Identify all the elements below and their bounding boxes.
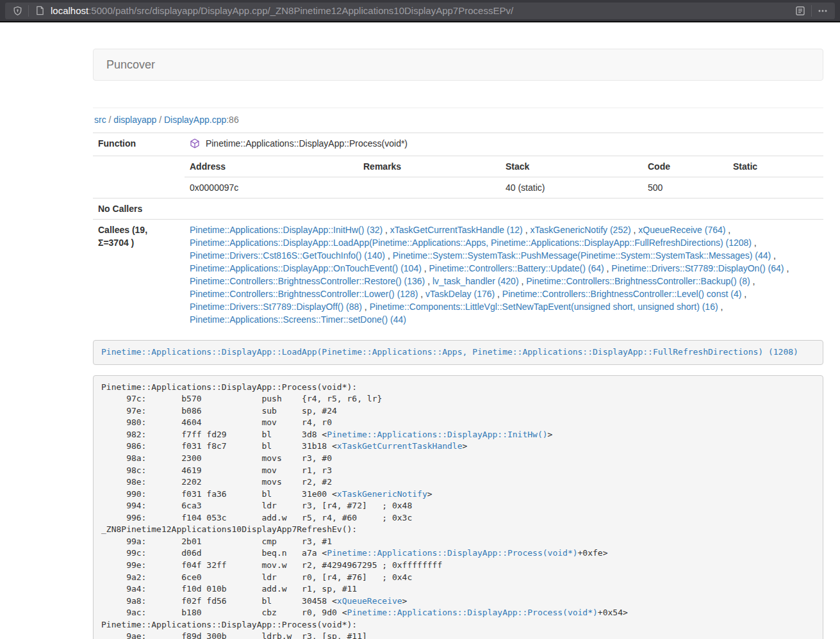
callee-link[interactable]: Pinetime::Components::LittleVgl::SetNewT… — [370, 302, 718, 312]
callee-link[interactable]: Pinetime::Applications::DisplayApp::Init… — [190, 225, 383, 235]
breadcrumb-link-file[interactable]: DisplayApp.cpp — [164, 115, 226, 125]
breadcrumb-line-number: :86 — [226, 115, 238, 125]
code-value: 500 — [643, 177, 728, 198]
browser-toolbar: localhost:5000/path/src/displayapp/Displ… — [0, 0, 840, 22]
disassembly-link[interactable]: Pinetime::Applications::DisplayApp::Init… — [327, 430, 547, 439]
static-value — [728, 177, 823, 198]
url-bar[interactable]: localhost:5000/path/src/displayapp/Displ… — [5, 3, 835, 19]
disassembly-code: Pinetime::Applications::DisplayApp::Proc… — [93, 375, 823, 639]
disassembly-link[interactable]: Pinetime::Applications::DisplayApp::Proc… — [327, 548, 577, 558]
function-label: Function — [93, 133, 185, 156]
urlbar-divider — [811, 5, 812, 17]
callee-link[interactable]: xQueueReceive (764) — [638, 225, 725, 235]
shield-icon[interactable] — [10, 4, 24, 18]
callee-link[interactable]: vTaskDelay (176) — [425, 289, 495, 299]
address-value: 0x0000097c — [185, 177, 358, 198]
column-static: Static — [728, 156, 823, 177]
callee-link[interactable]: xTaskGenericNotify (252) — [530, 225, 630, 235]
callees-label: Callees (19, Σ=3704 ) — [93, 220, 185, 330]
disassembly-link[interactable]: xTaskGetCurrentTaskHandle — [337, 441, 463, 451]
url-path: :5000/path/src/displayapp/DisplayApp.cpp… — [88, 5, 513, 16]
brand-link[interactable]: Puncover — [94, 49, 168, 81]
callee-link[interactable]: Pinetime::Drivers::Cst816S::GetTouchInfo… — [190, 250, 385, 261]
remarks-value — [358, 177, 500, 198]
callee-link[interactable]: Pinetime::Controllers::BrightnessControl… — [190, 289, 418, 299]
symbol-cube-icon — [190, 140, 202, 150]
breadcrumb-separator: / — [159, 115, 161, 125]
column-remarks: Remarks — [358, 156, 500, 177]
divider — [93, 108, 823, 108]
urlbar-divider — [28, 5, 29, 17]
disassembly-link[interactable]: Pinetime::Applications::DisplayApp::Proc… — [347, 608, 598, 617]
no-callers-label: No Callers — [93, 198, 185, 220]
disassembly-link[interactable]: xQueueReceive — [337, 596, 402, 606]
function-name: Pinetime::Applications::DisplayApp::Proc… — [206, 138, 408, 149]
callee-link[interactable]: Pinetime::Applications::DisplayApp::Load… — [190, 238, 752, 248]
breadcrumb-separator: / — [109, 115, 111, 125]
column-address: Address — [185, 156, 358, 177]
function-row: Function Pinetime::Applications::Display… — [93, 133, 823, 156]
stats-row: Address Remarks Stack Code Static 0x0000… — [93, 156, 823, 198]
callees-row: Callees (19, Σ=3704 ) Pinetime::Applicat… — [93, 220, 823, 330]
callee-link[interactable]: Pinetime::Applications::Screens::Timer::… — [190, 314, 406, 325]
no-callers-row: No Callers — [93, 198, 823, 220]
breadcrumb-link-src[interactable]: src — [94, 115, 106, 125]
callee-link[interactable]: Pinetime::Controllers::BrightnessControl… — [190, 276, 425, 286]
callee-link[interactable]: Pinetime::Controllers::BrightnessControl… — [526, 276, 750, 286]
callee-link[interactable]: lv_task_handler (420) — [432, 276, 519, 286]
breadcrumb-link-displayapp[interactable]: displayapp — [113, 115, 156, 125]
function-table: Function Pinetime::Applications::Display… — [93, 133, 823, 330]
highlighted-symbol-box: Pinetime::Applications::DisplayApp::Load… — [93, 340, 823, 365]
stats-value-row: 0x0000097c 40 (static) 500 — [185, 177, 823, 198]
breadcrumb: src / displayapp / DisplayApp.cpp:86 — [94, 113, 823, 126]
callee-link[interactable]: Pinetime::Controllers::BrightnessControl… — [502, 289, 741, 299]
callees-list: Pinetime::Applications::DisplayApp::Init… — [185, 220, 823, 330]
navbar: Puncover — [93, 49, 823, 81]
callee-link[interactable]: Pinetime::Drivers::St7789::DisplayOff() … — [190, 302, 362, 312]
column-code: Code — [643, 156, 728, 177]
reader-view-icon[interactable] — [793, 4, 807, 18]
stack-value: 40 (static) — [500, 177, 643, 198]
callee-link[interactable]: Pinetime::Drivers::St7789::DisplayOn() (… — [611, 263, 784, 273]
page-container: Puncover src / displayapp / DisplayApp.c… — [93, 49, 823, 639]
callee-link[interactable]: Pinetime::System::SystemTask::PushMessag… — [393, 250, 771, 261]
callee-link[interactable]: Pinetime::Controllers::Battery::Update()… — [429, 263, 604, 273]
stats-header-row: Address Remarks Stack Code Static — [185, 156, 823, 177]
column-stack: Stack — [500, 156, 643, 177]
url-host: localhost — [51, 5, 88, 16]
page-actions-icon[interactable] — [816, 4, 830, 18]
highlighted-symbol-link[interactable]: Pinetime::Applications::DisplayApp::Load… — [101, 347, 798, 357]
url-text: localhost:5000/path/src/displayapp/Displ… — [51, 5, 793, 16]
disassembly-link[interactable]: xTaskGenericNotify — [337, 489, 427, 499]
stats-table: Address Remarks Stack Code Static 0x0000… — [185, 156, 823, 198]
page-info-icon[interactable] — [33, 4, 47, 18]
callee-link[interactable]: Pinetime::Applications::DisplayApp::OnTo… — [190, 263, 422, 273]
callee-link[interactable]: xTaskGetCurrentTaskHandle (12) — [390, 225, 523, 235]
